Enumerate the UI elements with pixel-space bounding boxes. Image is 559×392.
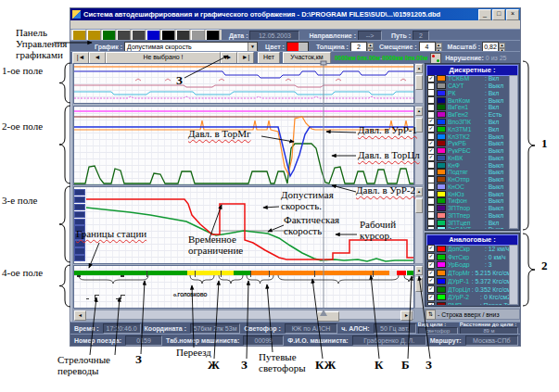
app-icon bbox=[72, 10, 81, 19]
analog-row[interactable]: ✓ ДУрР-1 5.372 Кгс/см bbox=[426, 277, 511, 285]
checkbox[interactable]: ✓ bbox=[427, 277, 435, 285]
thickness-stepper[interactable]: ▲▼ bbox=[367, 43, 374, 51]
discrete-row[interactable]: ✓ ВклКом Выкл bbox=[426, 96, 511, 104]
discrete-row[interactable]: ✓ ВкГен2 Есть bbox=[426, 111, 511, 119]
discrete-row[interactable]: ✓ КнВК Выкл bbox=[426, 154, 511, 161]
checkbox[interactable]: ✓ bbox=[427, 261, 435, 269]
discrete-row[interactable]: ✓ ВкГен1 Вкл bbox=[426, 104, 511, 111]
graph-field-4[interactable]: о.ГОЛОВКОВО bbox=[73, 265, 414, 309]
analog-row[interactable]: ✓ ФктСкр 0 км/ч bbox=[426, 253, 511, 261]
discrete-row[interactable]: ✓ КнОтпр Выкл bbox=[426, 176, 511, 183]
signal-status: Есть bbox=[485, 111, 502, 118]
signal-post-tick bbox=[314, 271, 315, 277]
chevron-down-icon[interactable]: ▼ bbox=[248, 43, 257, 51]
trace-color-swatch bbox=[437, 104, 446, 110]
field1-scrollbar[interactable]: ▲ bbox=[414, 63, 424, 104]
discrete-row[interactable]: ✓ ЗПТцеп Вкл bbox=[426, 219, 511, 226]
field4-scrollbar[interactable]: ▲ bbox=[414, 265, 424, 309]
checkbox[interactable]: ✓ bbox=[427, 302, 435, 305]
maximize-button[interactable]: □ bbox=[492, 9, 505, 20]
discrete-row[interactable]: ✓ ЗПТпер Выкл bbox=[426, 212, 511, 220]
checkbox[interactable]: ✓ bbox=[427, 226, 435, 229]
trace-color-swatch bbox=[437, 261, 446, 268]
field3-scrollbar[interactable]: ▲ bbox=[414, 186, 424, 264]
discrete-row[interactable]: ✓ Подтяг Выкл bbox=[426, 169, 511, 176]
color-label: Цвет : bbox=[265, 44, 285, 50]
signal-post-tick bbox=[373, 271, 374, 277]
graph-field-2[interactable] bbox=[73, 106, 414, 185]
discrete-row[interactable]: ✓ КнФ Выкл bbox=[426, 161, 511, 169]
route-label: Маршрут: bbox=[430, 337, 462, 344]
route-value: Москва-СПб bbox=[465, 335, 518, 346]
train-number-label: Номер поезда: bbox=[74, 337, 121, 344]
field2-scrollbar[interactable]: ▲ bbox=[414, 106, 424, 185]
discrete-row[interactable]: ✓ РукРБС Выкл bbox=[426, 147, 511, 155]
checkbox[interactable]: ✓ bbox=[427, 285, 435, 293]
discrete-row[interactable]: ✓ Тифон Выкл bbox=[426, 197, 511, 205]
signal-status: Выкл bbox=[485, 226, 503, 229]
discrete-row[interactable]: ✓ ТСКБМ Вкл bbox=[426, 75, 511, 82]
discrete-row[interactable]: ✓ КлЗТК2 Выкл bbox=[426, 133, 511, 140]
parameter-value: 0 км/ч bbox=[485, 254, 506, 260]
checkbox[interactable]: ✓ bbox=[427, 294, 435, 301]
discrete-row[interactable]: ✓ ЗПТпор Выкл bbox=[426, 205, 511, 212]
status-bar-1: Время : 17:20:46.0 Координата : 576км 2п… bbox=[70, 322, 520, 334]
offset-stepper[interactable]: ▲▼ bbox=[436, 43, 442, 51]
target-value: светофор bbox=[418, 327, 458, 334]
annotation-yellow-signal: Ж bbox=[208, 359, 220, 371]
annotation-work-cursor: Рабочий курсор. bbox=[360, 219, 415, 241]
analog-row[interactable]: ✓ ДТорМг 5.215 Кгс/см bbox=[426, 269, 511, 277]
checkbox[interactable]: ✓ bbox=[427, 253, 435, 260]
analog-row[interactable]: ✓ ДУрР-2 0 Кгс/см2 bbox=[426, 294, 511, 302]
scale-stepper[interactable]: ▲▼ bbox=[499, 43, 505, 51]
gradient-mark bbox=[86, 298, 89, 299]
trace-color-swatch bbox=[437, 302, 446, 305]
minimize-button[interactable]: _ bbox=[478, 9, 491, 20]
graph-field-1[interactable] bbox=[73, 63, 414, 104]
annotation-group-1: 1 bbox=[541, 137, 548, 149]
signal-name: РК bbox=[448, 90, 483, 96]
horizontal-scrollbar[interactable]: ◄► bbox=[73, 310, 414, 320]
offset-input[interactable]: 4 bbox=[419, 42, 436, 52]
parameter-name: ДТорМг bbox=[448, 270, 470, 276]
discrete-row[interactable]: ✓ КлЗТМ1 Вкл bbox=[426, 125, 511, 133]
thickness-input[interactable]: 2 bbox=[350, 42, 367, 52]
discrete-row[interactable]: ✓ КнЮз Выкл bbox=[426, 190, 511, 197]
scale-input[interactable]: 0,82 bbox=[482, 42, 499, 52]
violation-label: Нарушение: bbox=[445, 55, 484, 61]
discrete-row[interactable]: ✓ РК Вкл bbox=[426, 90, 511, 97]
discrete-row[interactable]: ✓ ВпоЗПК Вкл bbox=[426, 119, 511, 126]
trace-color-swatch bbox=[437, 82, 446, 89]
track-occupancy-segment bbox=[234, 271, 250, 275]
checkbox[interactable]: ✓ bbox=[427, 270, 435, 277]
title-bar[interactable]: Система автодешифрирования и графическог… bbox=[70, 8, 520, 20]
annotation-station-bounds: Границы стации bbox=[76, 228, 146, 239]
discrete-row[interactable]: ✓ ЗпСАУТ Выкл bbox=[426, 226, 511, 229]
row-updown-button[interactable]: ⇅ bbox=[426, 310, 436, 320]
trace-color-swatch bbox=[437, 90, 446, 96]
discrete-row[interactable]: ✓ КнОС Выкл bbox=[426, 183, 511, 190]
track-occupancy-segment bbox=[250, 271, 389, 275]
graph-select[interactable]: Допустимая скорость ▼ bbox=[124, 42, 258, 52]
discrete-row[interactable]: ✓ САУТ Выкл bbox=[426, 82, 511, 90]
analog-row[interactable]: ✓ ДТорЦл 0.352 Кгс/см bbox=[426, 285, 511, 294]
signal-name: ТСКБМ bbox=[448, 75, 483, 82]
signal-status: Выкл bbox=[485, 183, 503, 190]
parameter-name: ДТорЦл bbox=[448, 286, 470, 293]
station-box bbox=[77, 275, 81, 277]
color-swatch[interactable] bbox=[286, 42, 309, 52]
alsn-value: 50 Гц авт. bbox=[374, 323, 416, 334]
analog-row[interactable]: ✓ УрБодр 3 bbox=[426, 261, 511, 270]
field2-traces bbox=[74, 107, 414, 185]
path-value: 2 bbox=[413, 31, 429, 41]
analog-row[interactable]: ✓ ДопСкр 12 км/ч bbox=[426, 245, 511, 253]
signal-name: КлЗТК2 bbox=[448, 133, 483, 140]
annotation-pressure-urr2: Давл. в УрР-2 bbox=[356, 184, 415, 196]
analog-panel-scrollbar[interactable] bbox=[509, 245, 518, 305]
checkbox[interactable]: ✓ bbox=[427, 245, 435, 252]
close-button[interactable]: × bbox=[506, 9, 519, 20]
discrete-row[interactable]: ✓ РукРБ Выкл bbox=[426, 140, 511, 147]
annotation-permitted-speed: Допустимая скорость. bbox=[281, 189, 349, 211]
analog-row[interactable]: ✓ РМП Перед.Тп bbox=[426, 301, 511, 305]
discrete-panel-scrollbar[interactable] bbox=[509, 75, 518, 229]
